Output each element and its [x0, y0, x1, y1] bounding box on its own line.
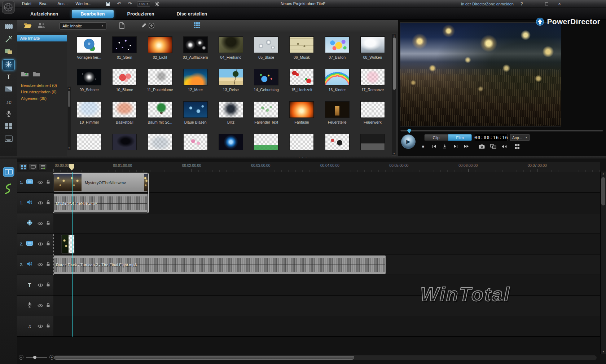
- scroll-down-icon[interactable]: ▼: [392, 152, 396, 155]
- sidebar-item-transition-room[interactable]: [3, 84, 15, 95]
- media-item[interactable]: 04_Freihand: [213, 35, 249, 67]
- media-item[interactable]: 15_Hochzeit: [284, 67, 319, 100]
- track-lock-icon[interactable]: [46, 323, 50, 329]
- media-item[interactable]: 14_Geburtstag: [249, 67, 284, 100]
- menu-item-3[interactable]: Wieder...: [72, 0, 95, 8]
- scroll-down-icon[interactable]: ▼: [601, 351, 606, 353]
- media-item[interactable]: Blitz: [213, 100, 249, 132]
- fit-zoom-dropdown[interactable]: Anp... ▼: [510, 134, 530, 141]
- playhead-line[interactable]: [72, 172, 73, 337]
- library-filter-dropdown[interactable]: Alle Inhalte ▼: [60, 22, 106, 30]
- snapshot-camera-button[interactable]: [477, 142, 486, 150]
- media-item[interactable]: [284, 132, 319, 156]
- sidebar-item-voice-over-room[interactable]: [3, 109, 15, 120]
- media-item[interactable]: [142, 132, 177, 156]
- capture-frame-button[interactable]: [440, 142, 449, 150]
- zoom-slider[interactable]: [26, 357, 47, 358]
- pen-edit-button[interactable]: [141, 22, 147, 28]
- media-item[interactable]: 03_Aufflackern: [178, 35, 213, 67]
- tab-aufzeichnen[interactable]: Aufzeichnen: [22, 10, 67, 18]
- media-item[interactable]: 13_Reise: [213, 67, 249, 100]
- track-lock-icon[interactable]: [46, 220, 50, 227]
- timeline-horizontal-scrollbar[interactable]: [53, 355, 597, 360]
- volume-button[interactable]: [500, 142, 509, 150]
- media-item[interactable]: [107, 132, 142, 156]
- media-item[interactable]: 02_Licht: [142, 35, 177, 67]
- media-item[interactable]: Feuerwerk: [355, 100, 390, 132]
- download-sync-button[interactable]: [148, 22, 155, 29]
- media-item[interactable]: 12_Meer: [178, 67, 213, 100]
- media-item[interactable]: 08_Wolken: [355, 35, 390, 67]
- track-lock-icon[interactable]: [46, 241, 50, 247]
- sidebar-item-pip-objects-room[interactable]: [3, 47, 15, 58]
- menu-item-1[interactable]: Bea...: [35, 0, 54, 8]
- sidebar-item-audio-mixing-room[interactable]: ♪♫: [3, 97, 15, 107]
- help-button[interactable]: ?: [519, 1, 524, 6]
- scroll-up-icon[interactable]: ▲: [392, 35, 396, 37]
- folder-item-alle-inhalte[interactable]: Alle Inhalte: [17, 35, 67, 41]
- panel-resize-handle[interactable]: · · ·: [0, 156, 606, 159]
- aspect-ratio-dropdown[interactable]: 16:9▼: [137, 1, 150, 6]
- track-visibility-eye-icon[interactable]: [38, 179, 43, 186]
- zoom-out-button[interactable]: −: [19, 355, 23, 360]
- clip-mode-button[interactable]: Clip: [424, 134, 448, 141]
- next-frame-button[interactable]: [451, 142, 460, 150]
- media-item[interactable]: 10_Blume: [107, 67, 142, 100]
- media-item[interactable]: Feuerstelle: [320, 100, 355, 132]
- settings-gear-button[interactable]: [154, 1, 161, 7]
- stop-button[interactable]: ■: [418, 142, 428, 150]
- timeline-clip-audio[interactable]: Daree Rock - Turrican 2 - The Final Figh…: [53, 255, 386, 274]
- media-item[interactable]: Fantasie: [284, 100, 319, 132]
- folder-item-0[interactable]: Benutzerdefiniert (0): [21, 83, 57, 88]
- folder-scroll-thumb[interactable]: [68, 91, 70, 107]
- save-button[interactable]: [105, 1, 112, 7]
- timeline-clip-video-small[interactable]: [61, 235, 75, 254]
- scroll-down-icon[interactable]: ▼: [67, 147, 71, 149]
- media-item[interactable]: [249, 132, 284, 156]
- media-item[interactable]: Baum mit Sc...: [142, 100, 177, 132]
- track-visibility-eye-icon[interactable]: [38, 323, 43, 329]
- media-item[interactable]: [213, 132, 249, 156]
- sidebar-item-title-room[interactable]: T: [3, 72, 15, 83]
- timeline-ruler[interactable]: 00:00:0000:01:00:0000:02:00:0000:03:00:0…: [53, 162, 600, 172]
- tab-disc-erstellen[interactable]: Disc erstellen: [168, 10, 216, 18]
- media-item[interactable]: Fallender Text: [249, 100, 284, 132]
- sidebar-item-subtitle-room[interactable]: [3, 134, 15, 145]
- seek-position-marker[interactable]: [407, 129, 411, 133]
- media-item[interactable]: Blaue Blasen: [178, 100, 213, 132]
- preview-seekbar[interactable]: [400, 130, 603, 132]
- new-item-button[interactable]: [119, 22, 124, 29]
- view-options-grid-button[interactable]: [512, 142, 522, 150]
- undo-button[interactable]: ↶: [115, 1, 123, 7]
- vertical-scroll-thumb[interactable]: [601, 177, 605, 205]
- sidebar-item-effect-room[interactable]: [3, 35, 15, 45]
- fast-forward-button[interactable]: [462, 142, 471, 150]
- menu-item-2[interactable]: Ans...: [53, 0, 71, 8]
- track-manager-button[interactable]: [19, 164, 27, 170]
- folder-item-2[interactable]: Allgemein (38): [21, 96, 47, 101]
- add-track-button[interactable]: [39, 164, 47, 170]
- previous-frame-button[interactable]: [429, 142, 439, 150]
- media-item[interactable]: 06_Musik: [284, 35, 319, 67]
- folder-item-1[interactable]: Heruntergeladen (0): [21, 90, 56, 94]
- timeline-vertical-scrollbar[interactable]: ▲ ▼: [600, 172, 606, 354]
- tab-produzieren[interactable]: Produzieren: [119, 10, 163, 18]
- minimize-button[interactable]: –: [530, 1, 537, 7]
- media-item[interactable]: [178, 132, 213, 156]
- close-button[interactable]: ×: [556, 1, 563, 7]
- track-lock-icon[interactable]: [46, 282, 50, 288]
- media-item[interactable]: 07_Ballon: [320, 35, 355, 67]
- media-item[interactable]: 05_Blase: [249, 35, 284, 67]
- open-folder-button[interactable]: [24, 22, 32, 28]
- media-item[interactable]: Vorlagen her...: [71, 35, 107, 67]
- directorzone-people-button[interactable]: [38, 22, 46, 28]
- new-folder-icon[interactable]: [21, 71, 29, 79]
- timeline-clip-video[interactable]: MysteryOfTheNile.wmv: [53, 173, 148, 192]
- track-lock-icon[interactable]: [46, 200, 50, 206]
- media-item[interactable]: 01_Stern: [107, 35, 142, 67]
- track-visibility-eye-icon[interactable]: [38, 220, 43, 227]
- sidebar-item-media-room[interactable]: [3, 22, 15, 33]
- film-mode-button[interactable]: Film: [448, 134, 472, 141]
- media-grid-scrollbar[interactable]: ▲ ▼: [392, 34, 396, 156]
- timecode-display[interactable]: 00:00:16:16: [475, 134, 508, 141]
